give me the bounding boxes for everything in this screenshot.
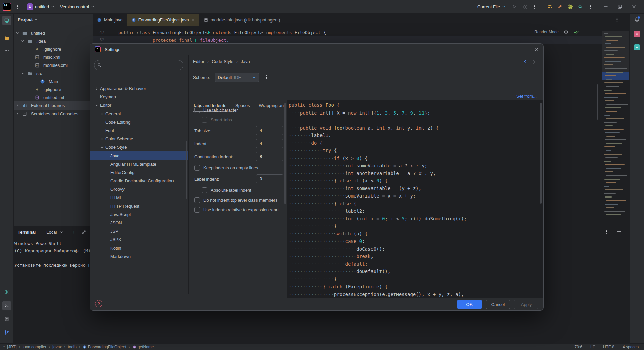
back-arrow-icon[interactable] — [523, 59, 528, 64]
close-tab-icon[interactable] — [191, 18, 195, 22]
inspections-ok-icon[interactable] — [574, 29, 579, 35]
debug-icon[interactable] — [522, 4, 527, 9]
project-tree-item[interactable]: untitled — [14, 29, 93, 37]
breadcrumb-item[interactable]: Code Style — [212, 59, 233, 64]
settings-search-box[interactable] — [94, 60, 183, 70]
breadcrumb-item[interactable]: Editor — [193, 59, 204, 64]
forward-arrow-icon[interactable] — [531, 59, 537, 64]
settings-nav-item[interactable]: Keymap — [90, 93, 188, 101]
minimize-icon[interactable] — [603, 4, 608, 9]
settings-nav-item[interactable]: HTML — [90, 193, 188, 202]
keep-indents-checkbox[interactable] — [194, 165, 200, 171]
project-tool-window-icon[interactable] — [2, 16, 11, 25]
status-breadcrumb-item[interactable]: mgetName — [132, 345, 154, 349]
set-from-link[interactable]: Set from... — [516, 94, 537, 99]
continuation-indent-input[interactable] — [256, 152, 283, 161]
cancel-button[interactable]: Cancel — [486, 300, 510, 309]
status-breadcrumb-item[interactable]: javax — [52, 345, 62, 349]
status-widget[interactable]: UTF-8 — [603, 345, 614, 349]
status-widget[interactable]: 70:6 — [575, 345, 582, 349]
relative-indent-checkbox[interactable] — [194, 207, 200, 213]
project-tree-item[interactable]: External Libraries — [14, 101, 93, 110]
chevron-down-icon[interactable] — [21, 39, 25, 43]
run-icon[interactable] — [512, 4, 517, 9]
terminal-options-icon[interactable] — [604, 229, 609, 234]
chevron-down-icon[interactable] — [21, 71, 25, 75]
settings-search-input[interactable] — [103, 62, 183, 68]
users-icon[interactable] — [547, 4, 553, 9]
settings-nav-item[interactable]: Groovy — [90, 185, 188, 193]
restore-icon[interactable] — [617, 4, 623, 9]
close-dialog-icon[interactable] — [533, 46, 540, 53]
settings-nav-item[interactable]: Angular HTML template — [90, 160, 188, 168]
apply-button[interactable]: Apply — [514, 300, 538, 309]
editor-tab[interactable]: module-info.java (jdk.hotspot.agent) — [200, 14, 285, 26]
project-tree-item[interactable]: .gitignore — [14, 45, 93, 53]
indent-input[interactable] — [256, 139, 283, 148]
chevron-down-icon[interactable] — [15, 31, 19, 35]
chevron-right-icon[interactable] — [15, 103, 19, 107]
chevron-right-icon[interactable] — [15, 112, 19, 116]
status-breadcrumb-item[interactable]: CForwardingFileObject — [83, 345, 126, 349]
close-tab-icon[interactable] — [59, 230, 64, 234]
settings-nav-item[interactable]: Properties — [90, 261, 188, 262]
chevron-right-icon[interactable] — [95, 87, 99, 91]
editor-tab[interactable]: CMain.java — [93, 14, 127, 26]
settings-nav-item[interactable]: HTTP Request — [90, 202, 188, 210]
project-tree-item[interactable]: <>modules.xml — [14, 61, 93, 69]
search-everywhere-icon[interactable] — [578, 4, 583, 9]
atom-icon[interactable] — [567, 4, 573, 9]
settings-gear-icon[interactable] — [2, 287, 11, 297]
project-tree-item[interactable]: untitled.iml — [14, 93, 93, 101]
git-tool-window-icon[interactable] — [2, 327, 11, 337]
settings-nav-item[interactable]: Kotlin — [90, 244, 188, 252]
settings-nav-item[interactable]: Editor — [90, 101, 188, 110]
preview-scrollbar[interactable] — [540, 103, 542, 204]
editor-tab[interactable]: CForwardingFileObject.java — [127, 14, 200, 26]
terminal-tab-local[interactable]: Local — [45, 226, 65, 238]
services-tool-window-icon[interactable] — [2, 314, 11, 324]
project-tree-item[interactable]: CMain — [14, 77, 93, 85]
project-tree-item[interactable]: src — [14, 69, 93, 77]
label-indent-input[interactable] — [256, 174, 283, 183]
settings-nav-item[interactable]: Appearance & Behavior — [90, 84, 188, 93]
settings-nav-item[interactable]: Java — [90, 151, 188, 160]
chevron-down-icon[interactable] — [95, 103, 99, 107]
ok-button[interactable]: OK — [457, 300, 482, 309]
eye-icon[interactable] — [563, 29, 569, 35]
project-tree-item[interactable]: Scratches and Consoles — [14, 110, 93, 118]
chevron-right-icon[interactable] — [100, 112, 104, 116]
tab-options-icon[interactable] — [614, 17, 620, 23]
code-minimap[interactable] — [602, 29, 629, 226]
settings-nav-item[interactable]: EditorConfig — [90, 168, 188, 177]
settings-nav-item[interactable]: Markdown — [90, 252, 188, 261]
settings-nav-item[interactable]: JSON — [90, 219, 188, 227]
settings-menu-icon[interactable] — [588, 4, 593, 9]
tool-window-teal-icon[interactable]: ≡ — [632, 43, 642, 52]
smart-tabs-checkbox[interactable] — [202, 117, 207, 123]
status-breadcrumb-item[interactable]: [JRT] — [7, 345, 16, 349]
settings-nav-item[interactable]: General — [90, 110, 188, 118]
scheme-options-icon[interactable] — [264, 75, 269, 80]
status-widget[interactable]: LF — [590, 345, 595, 349]
settings-nav-item[interactable]: JavaScript — [90, 210, 188, 219]
settings-nav-item[interactable]: Font — [90, 126, 188, 135]
breadcrumb-item[interactable]: Java — [241, 59, 250, 64]
use-tab-character-checkbox[interactable] — [194, 107, 200, 113]
project-tree-item[interactable]: <>misc.xml — [14, 53, 93, 61]
settings-nav-item[interactable]: JSP — [90, 227, 188, 235]
status-widget[interactable]: 4 spaces — [623, 345, 639, 349]
run-configuration-selector[interactable]: Current File — [476, 2, 507, 12]
reader-mode-label[interactable]: Reader Mode — [534, 30, 559, 34]
help-icon[interactable]: ? — [95, 300, 102, 307]
main-menu-icon[interactable] — [15, 4, 20, 9]
project-tree-item[interactable]: .gitignore — [14, 85, 93, 93]
wrench-icon[interactable] — [557, 4, 563, 9]
tab-size-input[interactable] — [256, 126, 283, 135]
expand-icon[interactable] — [82, 230, 86, 234]
form-scrollbar[interactable] — [284, 103, 286, 204]
close-icon[interactable] — [631, 4, 637, 9]
notifications-bell-icon[interactable] — [632, 15, 642, 25]
settings-nav-item[interactable]: Code Editing — [90, 118, 188, 126]
terminal-tool-window-icon[interactable] — [2, 301, 11, 310]
